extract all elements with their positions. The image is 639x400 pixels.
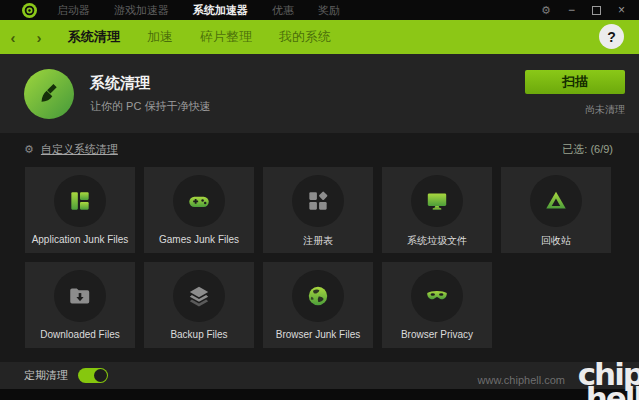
menu-item-launcher[interactable]: 启动器	[57, 3, 90, 18]
gamepad-icon	[173, 175, 225, 227]
tile-label: 回收站	[541, 234, 571, 248]
page-title: 系统清理	[90, 74, 210, 93]
globe-icon	[292, 270, 344, 322]
menu-item-deals[interactable]: 优惠	[272, 3, 294, 18]
cleanup-tile-grid: Application Junk Files Games Junk Files	[25, 167, 614, 348]
tile-games-junk[interactable]: Games Junk Files	[144, 167, 254, 253]
tile-browser-junk[interactable]: Browser Junk Files	[263, 262, 373, 348]
mask-icon	[411, 270, 463, 322]
minimize-button[interactable]: −	[568, 4, 575, 16]
small-gear-icon: ⚙	[24, 143, 34, 156]
maximize-button[interactable]	[592, 6, 601, 15]
scan-button[interactable]: 扫描	[525, 70, 625, 94]
chiphell-logo-watermark: chiphell	[578, 362, 639, 400]
toggle-knob	[94, 369, 107, 382]
periodic-clean-label: 定期清理	[24, 368, 68, 383]
tile-label: 注册表	[303, 234, 333, 248]
tile-label: Downloaded Files	[40, 329, 120, 340]
tile-browser-privacy[interactable]: Browser Privacy	[382, 262, 492, 348]
tile-registry[interactable]: 注册表	[263, 167, 373, 253]
broom-icon	[24, 69, 74, 119]
top-menu: 启动器 游戏加速器 系统加速器 优惠 奖励	[57, 3, 340, 18]
tile-backup-files[interactable]: Backup Files	[144, 262, 254, 348]
selected-count: 已选: (6/9)	[562, 142, 613, 157]
tile-system-junk[interactable]: 系统垃圾文件	[382, 167, 492, 253]
download-folder-icon	[54, 270, 106, 322]
section-row: ⚙ 自定义系统清理 已选: (6/9)	[0, 133, 639, 165]
page-subtitle: 让你的 PC 保持干净快速	[90, 99, 210, 114]
menu-item-game-booster[interactable]: 游戏加速器	[114, 3, 169, 18]
layers-icon	[173, 270, 225, 322]
tab-boost[interactable]: 加速	[147, 28, 173, 46]
tile-label: Browser Junk Files	[276, 329, 360, 340]
clean-status: 尚未清理	[585, 103, 625, 117]
cortex-logo-icon[interactable]	[22, 3, 37, 18]
window-controls: ⚙ − ×	[541, 4, 625, 16]
tile-label: Browser Privacy	[401, 329, 473, 340]
nav-tabs: 系统清理 加速 碎片整理 我的系统	[68, 28, 331, 46]
help-button[interactable]: ?	[599, 24, 624, 49]
customize-link-label: 自定义系统清理	[41, 142, 118, 157]
tab-my-system[interactable]: 我的系统	[279, 28, 331, 46]
tile-recycle-bin[interactable]: 回收站	[501, 167, 611, 253]
back-arrow-icon[interactable]: ‹	[0, 29, 26, 46]
tile-label: Application Junk Files	[32, 234, 129, 245]
registry-squares-icon	[292, 175, 344, 227]
tile-label: Games Junk Files	[159, 234, 239, 245]
customize-link[interactable]: ⚙ 自定义系统清理	[24, 142, 118, 157]
forward-arrow-icon[interactable]: ›	[26, 29, 52, 46]
app-window-icon	[54, 175, 106, 227]
menu-item-system-booster[interactable]: 系统加速器	[193, 3, 248, 18]
settings-gear-icon[interactable]: ⚙	[541, 5, 551, 16]
monitor-icon	[411, 175, 463, 227]
nav-bar: ‹ › 系统清理 加速 碎片整理 我的系统 ?	[0, 20, 639, 54]
tile-application-junk[interactable]: Application Junk Files	[25, 167, 135, 253]
header-text: 系统清理 让你的 PC 保持干净快速	[90, 74, 210, 114]
tile-label: Backup Files	[170, 329, 227, 340]
bottom-strip	[0, 389, 639, 400]
tile-label: 系统垃圾文件	[407, 234, 467, 248]
tile-downloaded-files[interactable]: Downloaded Files	[25, 262, 135, 348]
tab-system-clean[interactable]: 系统清理	[68, 28, 120, 46]
periodic-clean-toggle[interactable]	[78, 368, 108, 383]
recycle-bin-icon	[530, 175, 582, 227]
menu-item-rewards[interactable]: 奖励	[318, 3, 340, 18]
tab-defrag[interactable]: 碎片整理	[200, 28, 252, 46]
content-area: ⚙ 自定义系统清理 已选: (6/9) Application Junk Fil…	[0, 133, 639, 400]
page-header: 系统清理 让你的 PC 保持干净快速 扫描 尚未清理	[0, 54, 639, 133]
close-button[interactable]: ×	[618, 4, 625, 16]
app-window: 启动器 游戏加速器 系统加速器 优惠 奖励 ⚙ − × ‹ › 系统清理 加速 …	[0, 0, 639, 400]
title-bar: 启动器 游戏加速器 系统加速器 优惠 奖励 ⚙ − ×	[0, 0, 639, 20]
watermark-url: www.chiphell.com	[478, 374, 565, 386]
